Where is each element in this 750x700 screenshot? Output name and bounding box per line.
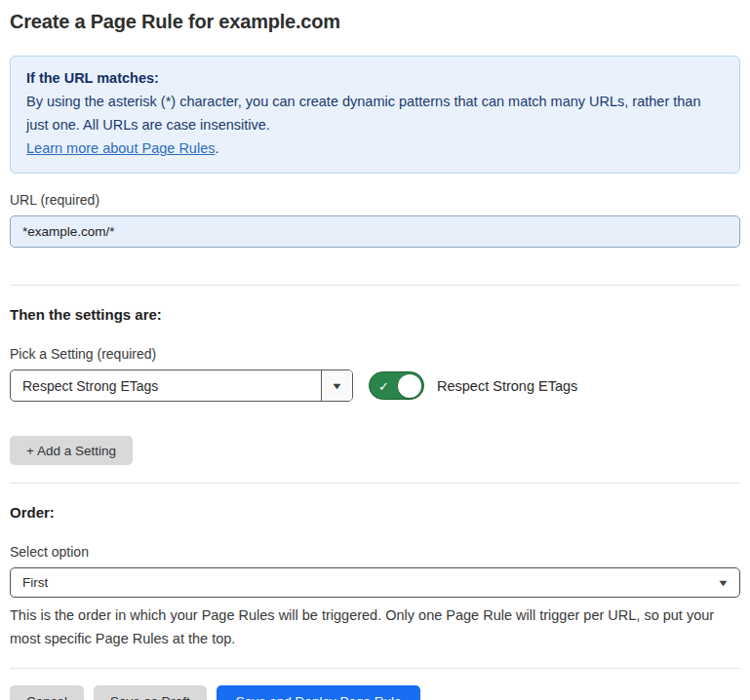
setting-select-value: Respect Strong ETags bbox=[11, 378, 321, 394]
order-select[interactable]: First ▼ bbox=[10, 567, 740, 598]
divider bbox=[10, 285, 740, 286]
select-option-label: Select option bbox=[10, 544, 740, 560]
setting-row: Respect Strong ETags ▼ ✓ Respect Strong … bbox=[10, 369, 740, 402]
cancel-button[interactable]: Cancel bbox=[10, 685, 84, 700]
add-setting-button[interactable]: + Add a Setting bbox=[10, 436, 133, 465]
chevron-down-icon: ▼ bbox=[331, 381, 343, 391]
order-section-heading: Order: bbox=[10, 504, 740, 521]
pick-setting-label: Pick a Setting (required) bbox=[10, 346, 740, 362]
divider bbox=[10, 483, 740, 484]
divider bbox=[10, 668, 740, 669]
order-select-value: First bbox=[11, 575, 719, 590]
create-page-rule-form: Create a Page Rule for example.com If th… bbox=[0, 11, 750, 700]
learn-more-link[interactable]: Learn more about Page Rules bbox=[26, 140, 215, 156]
info-link-line: Learn more about Page Rules. bbox=[26, 136, 724, 160]
url-input[interactable] bbox=[10, 215, 740, 248]
info-box-heading: If the URL matches: bbox=[26, 66, 724, 90]
toggle-label: Respect Strong ETags bbox=[437, 378, 577, 394]
page-title: Create a Page Rule for example.com bbox=[10, 11, 740, 33]
chevron-down-icon: ▼ bbox=[717, 578, 730, 588]
etags-toggle[interactable]: ✓ bbox=[369, 371, 424, 400]
check-icon: ✓ bbox=[378, 379, 389, 392]
link-period: . bbox=[215, 140, 218, 156]
settings-section-heading: Then the settings are: bbox=[10, 306, 740, 323]
setting-select[interactable]: Respect Strong ETags ▼ bbox=[10, 369, 353, 402]
info-box-body: By using the asterisk (*) character, you… bbox=[26, 90, 724, 136]
url-match-info-box: If the URL matches: By using the asteris… bbox=[10, 56, 740, 174]
action-buttons: Cancel Save as Draft Save and Deploy Pag… bbox=[10, 685, 740, 700]
order-help-text: This is the order in which your Page Rul… bbox=[10, 603, 740, 650]
setting-select-arrow-button[interactable]: ▼ bbox=[321, 370, 352, 401]
save-deploy-button[interactable]: Save and Deploy Page Rule bbox=[217, 685, 421, 700]
toggle-knob bbox=[398, 374, 421, 398]
save-draft-button[interactable]: Save as Draft bbox=[94, 685, 207, 700]
url-label: URL (required) bbox=[10, 192, 740, 208]
